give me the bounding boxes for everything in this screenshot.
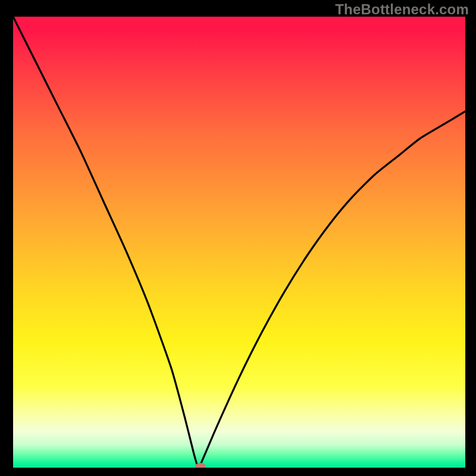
minimum-marker xyxy=(195,463,206,468)
bottleneck-curve xyxy=(13,17,465,468)
plot-area xyxy=(13,17,465,468)
chart-frame: TheBottleneck.com xyxy=(0,0,476,476)
watermark-text: TheBottleneck.com xyxy=(335,1,469,18)
curve-svg xyxy=(13,17,465,468)
